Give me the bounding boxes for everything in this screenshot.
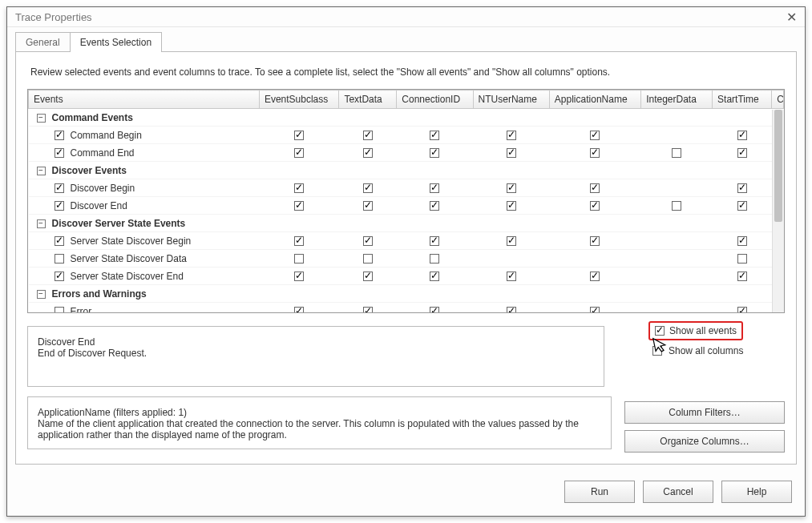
grid-checkbox[interactable] — [430, 131, 439, 140]
grid-checkbox[interactable] — [737, 148, 747, 158]
tab-general[interactable]: General — [15, 32, 71, 52]
grid-checkbox[interactable] — [590, 201, 600, 211]
grid-checkbox[interactable] — [507, 236, 516, 246]
grid-checkbox[interactable] — [294, 307, 304, 312]
grid-checkbox[interactable] — [590, 236, 600, 246]
event-row: Server State Discover Begin — [29, 232, 784, 250]
column-header[interactable]: StartTime — [713, 91, 772, 109]
row-select-checkbox[interactable] — [55, 254, 64, 264]
show-all-events-checkbox[interactable] — [655, 326, 665, 336]
grid-checkbox[interactable] — [430, 307, 439, 312]
events-table: EventsEventSubclassTextDataConnectionIDN… — [28, 90, 784, 312]
row-select-checkbox[interactable] — [55, 236, 64, 246]
vertical-scrollbar[interactable] — [772, 110, 784, 312]
grid-checkbox[interactable] — [737, 236, 747, 246]
tree-expand-icon[interactable]: − — [37, 219, 46, 228]
tree-expand-icon[interactable]: − — [37, 167, 46, 175]
show-all-columns-label: Show all columns — [669, 345, 743, 356]
grid-checkbox[interactable] — [363, 236, 373, 246]
column-header[interactable]: ConnectionID — [397, 91, 473, 109]
group-label: Discover Events — [52, 165, 127, 176]
grid-checkbox[interactable] — [507, 307, 516, 312]
column-header[interactable]: C — [772, 91, 784, 109]
run-button[interactable]: Run — [564, 481, 635, 503]
tab-events-selection[interactable]: Events Selection — [70, 32, 162, 52]
grid-checkbox[interactable] — [363, 183, 373, 193]
event-description-legend: Discover End — [38, 336, 95, 348]
group-row: −Discover Server State Events — [29, 215, 784, 232]
grid-checkbox[interactable] — [590, 183, 600, 193]
grid-checkbox[interactable] — [363, 307, 373, 312]
grid-checkbox[interactable] — [363, 201, 373, 211]
grid-checkbox[interactable] — [430, 272, 439, 281]
row-select-checkbox[interactable] — [55, 183, 64, 193]
column-header[interactable]: NTUserName — [473, 91, 549, 109]
grid-checkbox[interactable] — [363, 272, 373, 281]
grid-checkbox[interactable] — [430, 254, 439, 264]
grid-checkbox[interactable] — [737, 131, 747, 140]
tree-expand-icon[interactable]: − — [37, 290, 46, 299]
grid-checkbox[interactable] — [737, 201, 747, 211]
group-row: −Errors and Warnings — [29, 285, 784, 303]
grid-checkbox[interactable] — [590, 272, 600, 281]
close-icon[interactable]: ✕ — [786, 10, 797, 25]
show-all-columns-checkbox[interactable] — [652, 346, 662, 356]
grid-checkbox[interactable] — [294, 236, 304, 246]
grid-checkbox[interactable] — [294, 272, 304, 281]
grid-checkbox[interactable] — [507, 131, 516, 140]
table-header-row: EventsEventSubclassTextDataConnectionIDN… — [29, 91, 784, 109]
event-row: Discover End — [29, 197, 784, 215]
grid-checkbox[interactable] — [507, 183, 516, 193]
grid-checkbox[interactable] — [430, 183, 439, 193]
column-header[interactable]: ApplicationName — [549, 91, 640, 109]
grid-checkbox[interactable] — [590, 307, 600, 312]
row-select-checkbox[interactable] — [55, 201, 64, 211]
cancel-button[interactable]: Cancel — [643, 481, 713, 503]
organize-columns-button[interactable]: Organize Columns… — [624, 430, 785, 453]
grid-checkbox[interactable] — [363, 254, 373, 264]
titlebar: Trace Properties ✕ — [7, 7, 805, 27]
row-select-checkbox[interactable] — [55, 307, 64, 312]
event-label: Server State Discover Data — [71, 253, 187, 264]
show-all-events-label: Show all events — [669, 325, 737, 336]
grid-checkbox[interactable] — [294, 148, 304, 158]
grid-checkbox[interactable] — [737, 272, 747, 281]
grid-checkbox[interactable] — [737, 254, 747, 264]
grid-checkbox[interactable] — [590, 131, 600, 140]
group-label: Errors and Warnings — [52, 288, 147, 300]
events-grid: EventsEventSubclassTextDataConnectionIDN… — [27, 89, 785, 313]
grid-checkbox[interactable] — [737, 183, 747, 193]
grid-checkbox[interactable] — [507, 201, 516, 211]
grid-checkbox[interactable] — [294, 131, 304, 140]
grid-checkbox[interactable] — [363, 148, 373, 158]
row-select-checkbox[interactable] — [55, 148, 64, 158]
event-description-box: Discover End End of Discover Request. — [27, 326, 604, 387]
tabstrip: General Events Selection — [7, 27, 805, 52]
grid-checkbox[interactable] — [430, 201, 439, 211]
grid-checkbox[interactable] — [294, 183, 304, 193]
grid-checkbox[interactable] — [430, 148, 439, 158]
column-header[interactable]: Events — [29, 91, 260, 109]
grid-checkbox[interactable] — [507, 148, 516, 158]
grid-checkbox[interactable] — [294, 254, 304, 264]
grid-checkbox[interactable] — [363, 131, 373, 140]
grid-checkbox[interactable] — [590, 148, 600, 158]
event-label: Server State Discover End — [71, 271, 184, 282]
grid-checkbox[interactable] — [507, 272, 516, 281]
column-header[interactable]: IntegerData — [641, 91, 713, 109]
help-button[interactable]: Help — [721, 481, 792, 503]
grid-checkbox[interactable] — [672, 148, 681, 158]
column-filters-button[interactable]: Column Filters… — [624, 401, 785, 424]
grid-checkbox[interactable] — [737, 307, 747, 312]
event-label: Command Begin — [71, 130, 142, 141]
grid-checkbox[interactable] — [294, 201, 304, 211]
row-select-checkbox[interactable] — [55, 131, 64, 140]
row-select-checkbox[interactable] — [55, 272, 64, 281]
grid-checkbox[interactable] — [672, 201, 681, 211]
tree-expand-icon[interactable]: − — [37, 114, 46, 123]
grid-checkbox[interactable] — [430, 236, 439, 246]
scrollbar-thumb[interactable] — [774, 110, 782, 222]
column-header[interactable]: EventSubclass — [259, 91, 338, 109]
column-header[interactable]: TextData — [339, 91, 397, 109]
event-row: Server State Discover Data — [29, 250, 784, 268]
